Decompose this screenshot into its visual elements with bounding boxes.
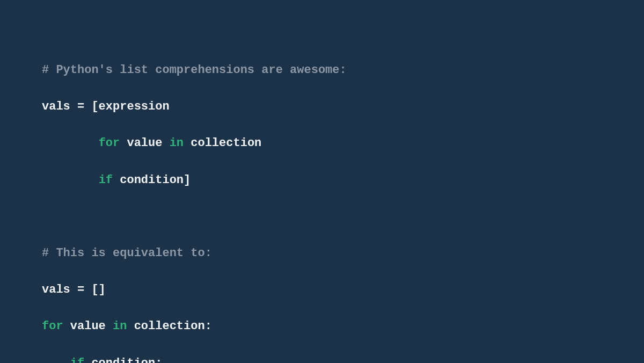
kw-if: if: [70, 357, 84, 364]
code-snippet: # Python's list comprehensions are aweso…: [42, 43, 602, 363]
equiv-line-1: vals = []: [42, 281, 602, 299]
listcomp-line-2: for value in collection: [42, 134, 602, 153]
comment-awesome: # Python's list comprehensions are aweso…: [42, 61, 602, 79]
kw-for: for: [42, 320, 63, 333]
equiv-line-2: for value in collection:: [42, 317, 602, 336]
listcomp-line-3: if condition]: [42, 171, 602, 190]
kw-if: if: [99, 173, 113, 187]
comment-text: # This is equivalent to:: [42, 246, 212, 260]
comment-equiv: # This is equivalent to:: [42, 244, 602, 263]
kw-in: in: [113, 320, 127, 333]
comment-text: # Python's list comprehensions are aweso…: [42, 63, 347, 77]
blank-line: [42, 208, 602, 226]
kw-for: for: [99, 136, 120, 150]
listcomp-line-1: vals = [expression: [42, 98, 602, 116]
equiv-line-3: if condition:: [42, 354, 602, 364]
kw-in: in: [170, 136, 184, 150]
